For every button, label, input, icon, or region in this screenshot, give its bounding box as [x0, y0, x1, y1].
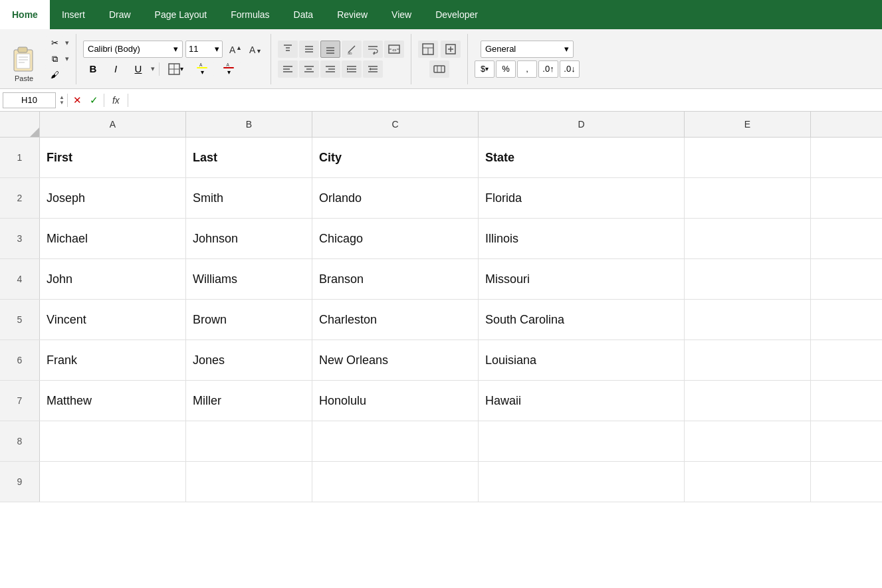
italic-button[interactable]: I: [106, 60, 126, 78]
cell-4-D[interactable]: Missouri: [479, 259, 685, 299]
menu-item-review[interactable]: Review: [325, 0, 380, 29]
cell-9-B[interactable]: [186, 462, 312, 502]
cell-5-D[interactable]: South Carolina: [479, 300, 685, 340]
increase-decimal-button[interactable]: .0↑: [538, 60, 558, 78]
font-color-dropdown[interactable]: ▾: [227, 68, 231, 76]
borders-button[interactable]: ▾: [164, 62, 187, 76]
row-header-2[interactable]: 2: [0, 178, 40, 218]
cell-2-A[interactable]: Joseph: [40, 178, 186, 218]
wrap-text-button[interactable]: [363, 41, 383, 58]
fill-color-button[interactable]: A ▾: [190, 62, 214, 76]
decrease-decimal-button[interactable]: .0↓: [560, 60, 580, 78]
copy-button[interactable]: ⧉: [45, 52, 64, 66]
cell-6-D[interactable]: Louisiana: [479, 340, 685, 380]
align-top-button[interactable]: [278, 41, 298, 58]
cell-1-B[interactable]: Last: [186, 138, 312, 177]
comma-format-button[interactable]: ,: [517, 60, 537, 78]
cell-8-A[interactable]: [40, 421, 186, 461]
cell-5-A[interactable]: Vincent: [40, 300, 186, 340]
align-center-button[interactable]: [299, 60, 319, 78]
cell-7-C[interactable]: Honolulu: [312, 381, 479, 421]
cell-1-A[interactable]: First: [40, 138, 186, 177]
cell-8-D[interactable]: [479, 421, 685, 461]
underline-dropdown[interactable]: ▾: [151, 64, 155, 73]
cell-9-A[interactable]: [40, 462, 186, 502]
row-header-3[interactable]: 3: [0, 219, 40, 258]
cell-4-E[interactable]: [685, 259, 811, 299]
insert-function-button[interactable]: fx: [107, 95, 125, 106]
col-header-b[interactable]: B: [186, 112, 312, 137]
cell-7-A[interactable]: Matthew: [40, 381, 186, 421]
cell-9-E[interactable]: [685, 462, 811, 502]
cell-4-A[interactable]: John: [40, 259, 186, 299]
copy-dropdown[interactable]: ▾: [65, 54, 69, 63]
borders-dropdown[interactable]: ▾: [180, 65, 183, 72]
menu-item-view[interactable]: View: [380, 0, 423, 29]
cell-1-D[interactable]: State: [479, 138, 685, 177]
cell-3-A[interactable]: Michael: [40, 219, 186, 258]
cell-1-C[interactable]: City: [312, 138, 479, 177]
cell-8-E[interactable]: [685, 421, 811, 461]
cell-6-E[interactable]: [685, 340, 811, 380]
cell-7-E[interactable]: [685, 381, 811, 421]
row-header-5[interactable]: 5: [0, 300, 40, 340]
align-left-button[interactable]: [278, 60, 298, 78]
fill-color-dropdown[interactable]: ▾: [201, 68, 204, 76]
cancel-formula-button[interactable]: ✕: [70, 94, 84, 106]
menu-item-page-layout[interactable]: Page Layout: [143, 0, 219, 29]
cell-8-C[interactable]: [312, 421, 479, 461]
cell-3-E[interactable]: [685, 219, 811, 258]
font-size-dropdown[interactable]: 11 ▾: [185, 41, 223, 58]
align-bottom-button[interactable]: [320, 41, 340, 58]
decrease-indent-button[interactable]: [342, 60, 362, 78]
cell-2-D[interactable]: Florida: [479, 178, 685, 218]
align-right-button[interactable]: [320, 60, 340, 78]
cut-dropdown[interactable]: ▾: [65, 39, 69, 47]
col-header-d[interactable]: D: [479, 112, 685, 137]
bold-button[interactable]: B: [83, 60, 103, 78]
col-header-a[interactable]: A: [40, 112, 186, 137]
menu-item-draw[interactable]: Draw: [97, 0, 143, 29]
row-header-4[interactable]: 4: [0, 259, 40, 299]
menu-item-developer[interactable]: Developer: [423, 0, 490, 29]
menu-item-home[interactable]: Home: [0, 0, 50, 29]
cell-3-D[interactable]: Illinois: [479, 219, 685, 258]
number-format-dropdown[interactable]: General ▾: [481, 41, 574, 58]
cell-4-C[interactable]: Branson: [312, 259, 479, 299]
paste-button[interactable]: Paste: [5, 36, 43, 82]
cell-2-B[interactable]: Smith: [186, 178, 312, 218]
cell-2-E[interactable]: [685, 178, 811, 218]
cell-7-B[interactable]: Miller: [186, 381, 312, 421]
percent-format-button[interactable]: %: [496, 60, 516, 78]
row-header-7[interactable]: 7: [0, 381, 40, 421]
cell-3-B[interactable]: Johnson: [186, 219, 312, 258]
corner-cell[interactable]: [0, 112, 40, 137]
increase-indent-button[interactable]: [363, 60, 383, 78]
cell-3-C[interactable]: Chicago: [312, 219, 479, 258]
merge-cells-button[interactable]: ⇔: [384, 41, 404, 58]
conditional-format-button[interactable]: [441, 41, 461, 58]
cell-5-C[interactable]: Charleston: [312, 300, 479, 340]
format-table-button[interactable]: [418, 41, 438, 58]
menu-item-insert[interactable]: Insert: [50, 0, 97, 29]
row-header-6[interactable]: 6: [0, 340, 40, 380]
cell-8-B[interactable]: [186, 421, 312, 461]
increase-font-button[interactable]: A▲: [225, 41, 244, 58]
col-header-c[interactable]: C: [312, 112, 479, 137]
cell-9-D[interactable]: [479, 462, 685, 502]
col-header-e[interactable]: E: [685, 112, 811, 137]
cell-1-E[interactable]: [685, 138, 811, 177]
cell-5-B[interactable]: Brown: [186, 300, 312, 340]
format-painter-button[interactable]: 🖌: [45, 68, 64, 82]
cell-reference-box[interactable]: H10: [3, 92, 56, 108]
dollar-format-button[interactable]: $▾: [475, 60, 495, 78]
cell-ref-down[interactable]: ▼: [59, 100, 64, 106]
confirm-formula-button[interactable]: ✓: [87, 94, 101, 106]
decrease-font-button[interactable]: A▼: [245, 41, 264, 58]
formula-input[interactable]: [131, 89, 879, 111]
cell-4-B[interactable]: Williams: [186, 259, 312, 299]
row-header-9[interactable]: 9: [0, 462, 40, 502]
font-color-button[interactable]: A ▾: [217, 62, 241, 76]
cell-6-B[interactable]: Jones: [186, 340, 312, 380]
cell-6-C[interactable]: New Orleans: [312, 340, 479, 380]
